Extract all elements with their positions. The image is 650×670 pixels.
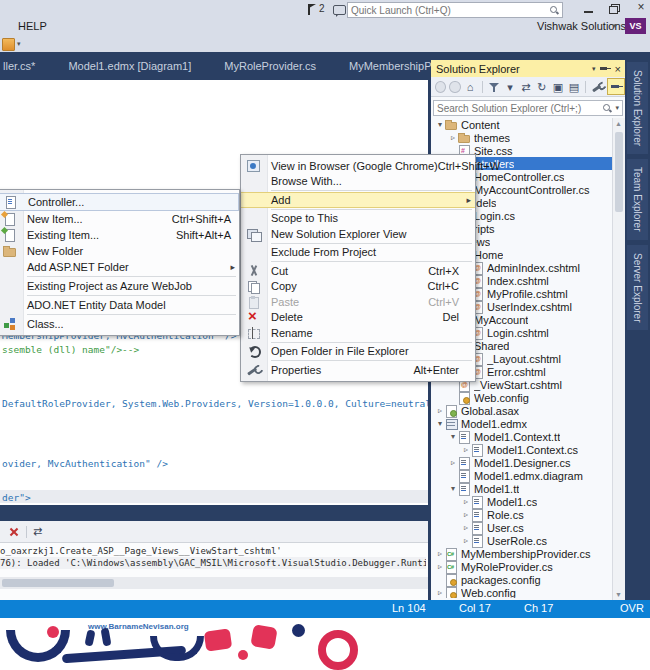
- avatar[interactable]: VS: [625, 18, 646, 34]
- se-search-input[interactable]: [434, 103, 602, 114]
- menu-item-delete[interactable]: DeleteDel: [241, 310, 475, 326]
- menu-item-existing-item[interactable]: Existing Item...Shift+Alt+A: [0, 227, 239, 243]
- watermark-area: www.BarnameNevisan.org: [0, 618, 650, 670]
- refresh-icon[interactable]: ↻: [535, 80, 548, 94]
- menu-item-new-item[interactable]: New Item...Ctrl+Shift+A: [0, 211, 239, 227]
- menu-item-controller[interactable]: Controller...: [0, 193, 239, 211]
- collapse-all-icon[interactable]: ▣: [551, 80, 564, 94]
- pin-icon[interactable]: [599, 63, 612, 74]
- menu-item-cut[interactable]: CutCtrl+X: [241, 263, 475, 279]
- search-dropdown-icon[interactable]: ▾: [615, 104, 619, 112]
- tree-item[interactable]: packages.config: [431, 573, 612, 586]
- document-tab[interactable]: Model1.edmx [Diagram1]: [68, 60, 191, 72]
- tree-item[interactable]: Model1.edmx.diagram: [431, 469, 612, 482]
- expander-icon[interactable]: ▾: [448, 432, 458, 441]
- feedback-icon[interactable]: [333, 5, 346, 15]
- expander-icon[interactable]: ▹: [461, 536, 471, 545]
- properties-icon[interactable]: [591, 80, 604, 94]
- tree-item[interactable]: ▾Model1.edmx: [431, 417, 612, 430]
- expander-icon[interactable]: ▹: [435, 406, 445, 415]
- menu-item-add-asp-net-folder[interactable]: Add ASP.NET Folder▸: [0, 259, 239, 275]
- expander-icon[interactable]: ▹: [435, 549, 445, 558]
- restore-button[interactable]: [606, 2, 624, 16]
- menu-item-copy[interactable]: CopyCtrl+C: [241, 279, 475, 295]
- account-dropdown-icon[interactable]: ▾: [613, 22, 617, 30]
- menu-item-paste[interactable]: PasteCtrl+V: [241, 294, 475, 310]
- output-hscrollbar[interactable]: [0, 577, 428, 589]
- scrollbar-thumb[interactable]: [615, 132, 623, 212]
- minimize-button[interactable]: [580, 2, 598, 16]
- home-icon[interactable]: ⌂: [464, 80, 477, 94]
- expander-icon[interactable]: ▹: [448, 133, 458, 142]
- tree-item[interactable]: ▹Role.cs: [431, 508, 612, 521]
- expander-icon[interactable]: ▾: [435, 120, 445, 129]
- menu-item-ado-net-entity-data-model[interactable]: ADO.NET Entity Data Model: [0, 297, 239, 313]
- expander-icon[interactable]: ▹: [461, 523, 471, 532]
- tree-item[interactable]: ▹User.cs: [431, 521, 612, 534]
- menu-item-scope-to-this[interactable]: Scope to This: [241, 211, 475, 227]
- tree-item[interactable]: ▾Content: [431, 118, 612, 131]
- output-pane-header[interactable]: [0, 505, 428, 521]
- menu-item-view-in-browser-google-chrome[interactable]: View in Browser (Google Chrome)Ctrl+Shif…: [241, 158, 475, 174]
- toolbar-dropdown-icon[interactable]: ▾: [17, 40, 21, 48]
- expander-icon[interactable]: ▹: [435, 588, 445, 597]
- tree-item[interactable]: ▹Model1.Designer.cs: [431, 456, 612, 469]
- expander-icon[interactable]: ▹: [448, 458, 458, 467]
- tree-item[interactable]: Web.config: [431, 391, 612, 404]
- menu-item-existing-project-as-azure-webjob[interactable]: Existing Project as Azure WebJob: [0, 278, 239, 294]
- scroll-down-icon[interactable]: ▼: [615, 591, 622, 598]
- tree-item[interactable]: ▹Model1.Context.cs: [431, 443, 612, 456]
- menu-item-rename[interactable]: Rename: [241, 325, 475, 341]
- expander-icon[interactable]: ▹: [461, 510, 471, 519]
- expander-icon[interactable]: ▹: [461, 445, 471, 454]
- tree-item[interactable]: ▹Model1.cs: [431, 495, 612, 508]
- word-wrap-icon[interactable]: ⇄: [33, 525, 42, 538]
- menu-item-label: Delete: [271, 311, 303, 323]
- tree-item-label: _Layout.cshtml: [487, 353, 561, 365]
- forward-icon[interactable]: [449, 81, 460, 93]
- tree-item[interactable]: ▾Model1.Context.tt: [431, 430, 612, 443]
- document-tab[interactable]: MyRoleProvider.cs: [224, 60, 316, 72]
- window-position-icon[interactable]: ▾: [592, 65, 596, 73]
- side-tab[interactable]: Server Explorer: [627, 245, 648, 330]
- menu-item-add[interactable]: Add▸: [241, 192, 475, 208]
- expander-icon[interactable]: ▾: [448, 484, 458, 493]
- menu-item-open-folder-in-file-explorer[interactable]: Open Folder in File Explorer: [241, 344, 475, 360]
- toolbar-icon[interactable]: [2, 38, 15, 51]
- tree-item[interactable]: ▹Global.asax: [431, 404, 612, 417]
- pending-changes-filter-icon[interactable]: ▤: [567, 80, 580, 94]
- filter-icon[interactable]: [487, 80, 500, 94]
- menu-item-browse-with[interactable]: Browse With...: [241, 174, 475, 190]
- tree-item[interactable]: ▾Model1.tt: [431, 482, 612, 495]
- tree-item[interactable]: ▹MyMembershipProvider.cs: [431, 547, 612, 560]
- close-icon[interactable]: ×: [615, 63, 621, 75]
- filter-dropdown-icon[interactable]: ▾: [503, 80, 516, 94]
- notifications-flag-icon[interactable]: [308, 4, 316, 15]
- side-tab[interactable]: Team Explorer: [627, 159, 648, 239]
- tree-vscrollbar[interactable]: ▲ ▼: [612, 118, 625, 600]
- quick-launch-input[interactable]: [348, 5, 549, 16]
- tree-item[interactable]: ▹Web.config: [431, 586, 612, 598]
- tree-item[interactable]: ▹MyRoleProvider.cs: [431, 560, 612, 573]
- document-tab[interactable]: ller.cs*: [3, 60, 35, 72]
- menu-item-new-solution-explorer-view[interactable]: New Solution Explorer View: [241, 226, 475, 242]
- expander-icon[interactable]: ▾: [435, 419, 445, 428]
- side-tab[interactable]: Solution Explorer: [627, 62, 648, 154]
- back-icon[interactable]: [435, 81, 446, 93]
- menu-item-exclude-from-project[interactable]: Exclude From Project: [241, 245, 475, 261]
- close-button[interactable]: ×: [632, 0, 650, 14]
- status-col: Col 17: [459, 602, 491, 614]
- menu-item-new-folder[interactable]: New Folder: [0, 243, 239, 259]
- tree-item[interactable]: ▹UserRole.cs: [431, 534, 612, 547]
- sync-with-active-document-icon[interactable]: ⇄: [519, 80, 532, 94]
- clear-all-icon[interactable]: [8, 526, 20, 538]
- scrollbar-thumb[interactable]: [2, 579, 114, 587]
- scroll-up-icon[interactable]: ▲: [615, 120, 622, 127]
- menu-help[interactable]: HELP: [18, 20, 47, 32]
- expander-icon[interactable]: ▹: [461, 497, 471, 506]
- preview-selected-items-icon[interactable]: [607, 78, 625, 95]
- tree-item[interactable]: ▹themes: [431, 131, 612, 144]
- expander-icon[interactable]: ▹: [435, 562, 445, 571]
- menu-item-properties[interactable]: PropertiesAlt+Enter: [241, 362, 475, 378]
- menu-item-class[interactable]: Class...: [0, 316, 239, 332]
